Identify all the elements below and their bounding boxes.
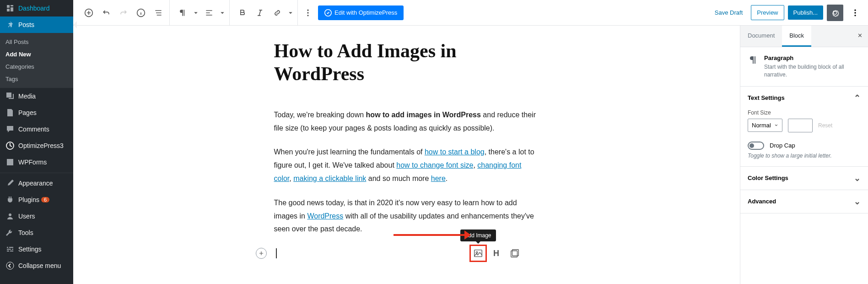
new-block-row: Add Image H xyxy=(256,247,521,260)
sidebar-sub-add-new[interactable]: Add New xyxy=(0,48,73,60)
svg-point-5 xyxy=(307,9,308,11)
add-block-button[interactable] xyxy=(81,5,97,21)
drop-cap-help-text: Toggle to show a large initial letter. xyxy=(748,153,861,159)
paragraph-block[interactable]: Today, we're breaking down how to add im… xyxy=(274,109,539,135)
svg-point-1 xyxy=(9,213,11,216)
sidebar-sub-tags[interactable]: Tags xyxy=(0,73,73,85)
sidebar-item-tools[interactable]: Tools xyxy=(0,224,73,241)
chevron-down-icon: ⌄ xyxy=(854,197,861,207)
drop-cap-toggle[interactable] xyxy=(748,142,764,150)
bold-button[interactable] xyxy=(234,5,251,21)
add-heading-button[interactable]: H xyxy=(490,247,503,260)
pin-icon xyxy=(5,20,15,29)
tab-block[interactable]: Block xyxy=(782,26,811,47)
font-size-reset-button[interactable]: Reset xyxy=(818,122,832,129)
italic-button[interactable] xyxy=(252,5,268,21)
edit-with-optimizepress-button[interactable]: Edit with OptimizePress xyxy=(318,5,404,20)
content-link[interactable]: making a clickable link xyxy=(293,175,366,182)
more-formatting-dropdown[interactable] xyxy=(286,5,295,21)
save-draft-button[interactable]: Save Draft xyxy=(710,5,747,20)
add-image-button[interactable]: Add Image xyxy=(472,247,485,260)
sidebar-label: Collapse menu xyxy=(18,262,61,269)
sidebar-label: Dashboard xyxy=(18,5,50,12)
sidebar-label: Comments xyxy=(18,126,49,133)
svg-point-2 xyxy=(6,262,14,269)
paragraph-block[interactable]: The good news today, is that in 2020 it'… xyxy=(274,197,539,236)
sidebar-sub-all-posts[interactable]: All Posts xyxy=(0,36,73,48)
tab-document[interactable]: Document xyxy=(740,26,782,47)
settings-gear-button[interactable] xyxy=(827,5,843,21)
publish-button[interactable]: Publish... xyxy=(788,5,823,20)
block-type-description: Start with the building block of all nar… xyxy=(764,63,861,79)
svg-point-9 xyxy=(854,9,856,11)
svg-point-10 xyxy=(854,12,856,13)
brush-icon xyxy=(5,179,15,188)
sidebar-label: Plugins xyxy=(18,196,39,203)
preview-button[interactable]: Preview xyxy=(751,5,784,20)
svg-point-13 xyxy=(476,251,478,253)
pages-icon xyxy=(5,108,15,117)
paragraph-button[interactable] xyxy=(174,5,191,21)
link-button[interactable] xyxy=(269,5,286,21)
align-dropdown[interactable] xyxy=(218,5,226,21)
editor-canvas[interactable]: How to Add Images in WordPress Today, we… xyxy=(73,26,740,284)
content-link[interactable]: WordPress xyxy=(307,212,343,220)
sidebar-item-users[interactable]: Users xyxy=(0,208,73,224)
sidebar-item-settings[interactable]: Settings xyxy=(0,241,73,257)
sidebar-label: Settings xyxy=(18,246,42,253)
plug-icon xyxy=(5,195,15,204)
comments-icon xyxy=(5,125,15,134)
chevron-down-icon: ⌄ xyxy=(854,173,861,183)
sidebar-item-comments[interactable]: Comments xyxy=(0,121,73,137)
inline-add-block-button[interactable] xyxy=(256,248,267,259)
paragraph-dropdown[interactable] xyxy=(192,5,200,21)
outline-button[interactable] xyxy=(150,5,167,21)
text-settings-header[interactable]: Text Settings ⌃ xyxy=(740,87,868,109)
add-gallery-button[interactable] xyxy=(508,247,521,260)
info-button[interactable] xyxy=(133,5,149,21)
font-size-label: Font Size xyxy=(748,109,861,116)
sidebar-item-wpforms[interactable]: WPForms xyxy=(0,154,73,170)
font-size-select[interactable]: Normal xyxy=(748,119,782,132)
more-menu-button[interactable] xyxy=(847,5,863,21)
post-title-input[interactable]: How to Add Images in WordPress xyxy=(274,39,539,86)
redo-button[interactable] xyxy=(115,5,132,21)
sidebar-label: Tools xyxy=(18,229,33,236)
more-options-button[interactable] xyxy=(300,5,316,21)
content-link[interactable]: how to start a blog xyxy=(425,148,485,156)
sidebar-item-pages[interactable]: Pages xyxy=(0,104,73,121)
editor-top-toolbar: Edit with OptimizePress Save Draft Previ… xyxy=(73,0,868,26)
close-panel-button[interactable]: ✕ xyxy=(852,26,868,47)
sidebar-label: Pages xyxy=(18,109,37,116)
sidebar-sub-categories[interactable]: Categories xyxy=(0,60,73,73)
optimizepress-small-icon xyxy=(324,9,332,16)
paragraph-icon xyxy=(748,55,759,66)
users-icon xyxy=(5,212,15,221)
plugins-update-badge: 6 xyxy=(41,197,49,202)
svg-point-7 xyxy=(307,15,308,16)
svg-point-11 xyxy=(854,15,856,16)
sidebar-item-dashboard[interactable]: Dashboard xyxy=(0,0,73,16)
sidebar-item-plugins[interactable]: Plugins 6 xyxy=(0,191,73,208)
optimizepress-icon xyxy=(5,141,15,150)
content-link[interactable]: how to change font size xyxy=(396,161,473,169)
block-type-name: Paragraph xyxy=(764,55,861,61)
sidebar-item-collapse[interactable]: Collapse menu xyxy=(0,257,73,274)
main-area: Edit with OptimizePress Save Draft Previ… xyxy=(73,0,868,284)
color-settings-header[interactable]: Color Settings ⌄ xyxy=(740,167,868,190)
sidebar-label: Media xyxy=(18,93,36,100)
paragraph-block[interactable]: When you're just learning the fundamenta… xyxy=(274,146,539,185)
sidebar-item-posts[interactable]: Posts xyxy=(0,16,73,33)
content-link[interactable]: here xyxy=(431,175,446,182)
sidebar-item-optimizepress[interactable]: OptimizePress3 xyxy=(0,137,73,154)
font-size-number-input[interactable] xyxy=(788,119,813,132)
align-button[interactable] xyxy=(201,5,217,21)
wrench-icon xyxy=(5,228,15,237)
sidebar-item-media[interactable]: Media xyxy=(0,88,73,104)
add-image-tooltip: Add Image xyxy=(460,229,496,241)
advanced-settings-header[interactable]: Advanced ⌄ xyxy=(740,190,868,213)
undo-button[interactable] xyxy=(98,5,114,21)
collapse-icon xyxy=(5,261,15,270)
drop-cap-label: Drop Cap xyxy=(770,142,795,149)
sidebar-item-appearance[interactable]: Appearance xyxy=(0,175,73,191)
